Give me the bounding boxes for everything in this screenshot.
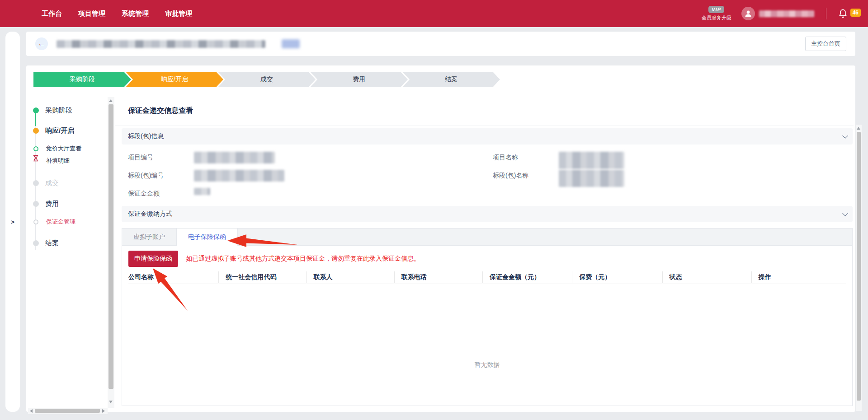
field-label: 标段(包)编号 xyxy=(128,170,194,180)
col-status: 状态 xyxy=(662,271,751,283)
tab-bar: 虚拟子账户 电子保险保函 xyxy=(122,229,852,246)
col-company-name: 公司名称 xyxy=(128,273,218,281)
page-title: 保证金递交信息查看 xyxy=(128,106,854,116)
phase-stepper: 采购阶段 响应/开启 成交 费用 结案 xyxy=(33,72,500,87)
sidebar-item-closure[interactable]: 结案 xyxy=(26,238,59,248)
vip-caption: 会员服务升级 xyxy=(702,14,731,21)
section-title: 标段(包)信息 xyxy=(128,132,164,140)
guarantee-table-header: 公司名称 统一社会信用代码 联系人 联系电话 保证金金额（元） 保费（元） 状态… xyxy=(128,271,846,284)
sidebar-item-label: 响应/开启 xyxy=(45,126,74,135)
user-name-redacted xyxy=(759,10,814,17)
sidebar-horizontal-scrollbar[interactable] xyxy=(28,408,108,414)
sidebar-item-label: 补填明细 xyxy=(46,157,70,165)
col-deposit-amount: 保证金金额（元） xyxy=(482,271,572,283)
top-nav: 工作台 项目管理 系统管理 审批管理 VIP 会员服务升级 46 xyxy=(0,0,868,27)
step-deal[interactable]: 成交 xyxy=(218,72,316,87)
field-value-redacted xyxy=(194,188,210,195)
dot-orange-icon xyxy=(33,128,39,134)
bell-icon xyxy=(838,9,848,19)
content-area: 保证金递交信息查看 标段(包)信息 项目编号 项目名称 标段(包)编号 标段(包… xyxy=(115,97,854,406)
chevron-right-icon: > xyxy=(11,219,14,225)
field-value-redacted xyxy=(559,170,624,187)
user-block[interactable] xyxy=(741,7,814,20)
field-value-redacted xyxy=(194,152,275,163)
dot-gray-icon xyxy=(33,201,39,207)
field-lot-number: 标段(包)编号 xyxy=(128,170,487,188)
field-empty xyxy=(487,188,847,206)
back-button[interactable]: ← xyxy=(35,37,48,50)
hourglass-icon xyxy=(33,155,38,162)
field-deposit-amount: 保证金金额 xyxy=(128,188,487,206)
sidebar-item-deal[interactable]: 成交 xyxy=(26,178,59,188)
scroll-up-icon[interactable] xyxy=(109,99,113,102)
page-header-card: ← 主控台首页 xyxy=(26,32,855,56)
step-fees[interactable]: 费用 xyxy=(310,72,408,87)
field-value-redacted xyxy=(559,152,624,169)
sidebar-item-label: 保证金管理 xyxy=(46,218,75,226)
dot-gray-icon xyxy=(33,180,39,186)
nav-item-system-management[interactable]: 系统管理 xyxy=(122,9,149,18)
tab-content: 申请保险保函 如已通过虚拟子账号或其他方式递交本项目保证金，请勿重复在此录入保证… xyxy=(122,246,852,369)
ring-green-icon xyxy=(33,146,38,151)
sidebar-item-fees[interactable]: 费用 xyxy=(26,199,59,209)
apply-insurance-guarantee-button[interactable]: 申请保险保函 xyxy=(128,251,178,267)
ring-gray-icon xyxy=(33,219,38,224)
sidebar-item-bidding-hall[interactable]: 竞价大厅查看 xyxy=(26,144,81,154)
notification-count-badge: 46 xyxy=(850,9,861,17)
section-header-lot-info: 标段(包)信息 xyxy=(122,128,853,145)
action-row: 申请保险保函 如已通过虚拟子账号或其他方式递交本项目保证金，请勿重复在此录入保证… xyxy=(128,251,846,267)
nav-item-project-management[interactable]: 项目管理 xyxy=(78,9,105,18)
main-card: 采购阶段 响应/开启 成交 费用 结案 采购阶段 响应/开启 竞价大厅查看 补填 xyxy=(26,65,855,412)
sidebar-item-label: 成交 xyxy=(45,179,59,187)
col-premium: 保费（元） xyxy=(572,271,662,283)
chevron-down-icon[interactable] xyxy=(842,133,848,139)
tab-electronic-insurance-guarantee[interactable]: 电子保险保函 xyxy=(177,229,238,246)
sidebar-item-label: 竞价大厅查看 xyxy=(46,145,81,153)
scroll-up-icon[interactable] xyxy=(857,127,860,130)
scrollbar-thumb[interactable] xyxy=(35,409,100,413)
step-procurement-phase[interactable]: 采购阶段 xyxy=(33,72,131,87)
vip-upgrade[interactable]: VIP 会员服务升级 xyxy=(702,6,731,21)
sidebar-item-label: 采购阶段 xyxy=(45,106,72,115)
divider xyxy=(115,126,854,126)
dot-green-icon xyxy=(33,107,39,113)
panel-collapse-strip[interactable]: > xyxy=(5,32,20,412)
sidebar-item-response-open[interactable]: 响应/开启 xyxy=(26,126,74,135)
empty-state-text: 暂无数据 xyxy=(128,284,846,369)
sidebar-item-supplement-details[interactable]: 补填明细 xyxy=(26,156,70,166)
duplicate-deposit-warning: 如已通过虚拟子账号或其他方式递交本项目保证金，请勿重复在此录入保证金信息。 xyxy=(186,255,420,263)
scroll-left-icon[interactable] xyxy=(30,409,33,413)
tab-virtual-subaccount[interactable]: 虚拟子账户 xyxy=(122,229,177,245)
section-header-payment-method: 保证金缴纳方式 xyxy=(122,206,853,222)
sidebar-item-procurement-phase[interactable]: 采购阶段 xyxy=(26,105,72,115)
sidebar-item-deposit-management[interactable]: 保证金管理 xyxy=(26,217,75,227)
step-closure[interactable]: 结案 xyxy=(402,72,500,87)
scrollbar-thumb[interactable] xyxy=(857,132,861,401)
notifications[interactable]: 46 xyxy=(838,9,861,19)
field-project-name: 项目名称 xyxy=(487,152,847,170)
nav-item-approval-management[interactable]: 审批管理 xyxy=(165,9,192,18)
nav-divider xyxy=(826,8,826,19)
sidebar-vertical-scrollbar[interactable] xyxy=(108,97,114,408)
scrollbar-thumb[interactable] xyxy=(108,104,113,389)
col-social-credit-code: 统一社会信用代码 xyxy=(218,271,306,283)
vip-icon: VIP xyxy=(708,6,724,13)
nav-menu: 工作台 项目管理 系统管理 审批管理 xyxy=(0,9,192,18)
person-icon xyxy=(744,9,752,18)
breadcrumb-title-redacted xyxy=(57,40,265,48)
timeline-line-done xyxy=(35,113,36,126)
chevron-down-icon[interactable] xyxy=(842,210,848,216)
field-label: 项目编号 xyxy=(128,152,194,162)
content-vertical-scrollbar[interactable] xyxy=(856,125,862,411)
field-label: 标段(包)名称 xyxy=(493,170,559,180)
scroll-down-icon[interactable] xyxy=(109,401,113,403)
field-lot-name: 标段(包)名称 xyxy=(487,170,847,188)
step-response-open[interactable]: 响应/开启 xyxy=(126,72,223,87)
console-home-button[interactable]: 主控台首页 xyxy=(805,37,846,51)
nav-item-workbench[interactable]: 工作台 xyxy=(42,9,62,18)
avatar xyxy=(741,7,755,20)
sidebar-item-label: 结案 xyxy=(45,239,59,247)
scroll-right-icon[interactable] xyxy=(102,409,105,413)
page: { "nav": { "items": ["工作台", "项目管理", "系统管… xyxy=(0,0,868,420)
lot-info-fields: 项目编号 项目名称 标段(包)编号 标段(包)名称 保证金金额 xyxy=(115,145,854,206)
